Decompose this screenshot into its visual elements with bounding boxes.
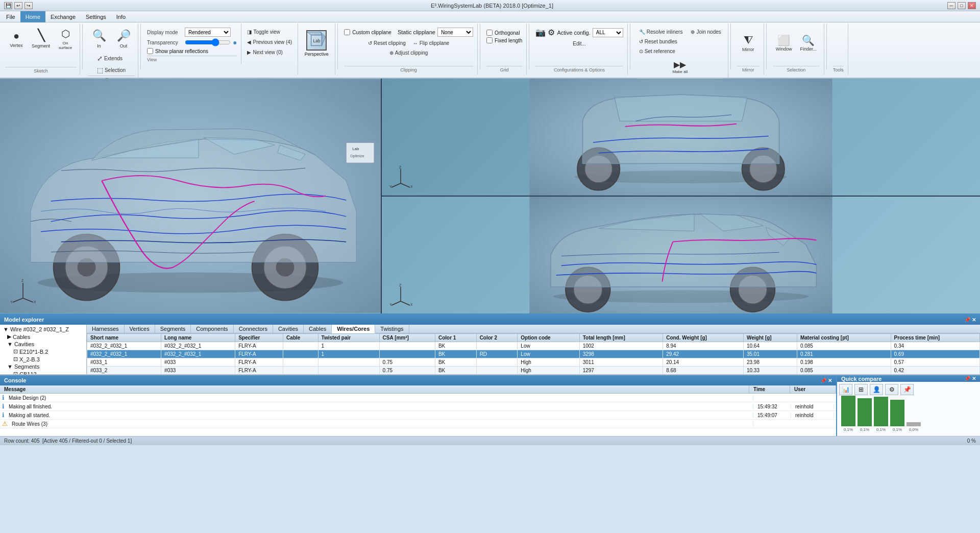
mirror-btn[interactable]: ⧨ Mirror [737, 30, 760, 56]
quick-access-undo[interactable]: ↩ [14, 2, 22, 9]
qc-settings-btn[interactable]: ⚙ [885, 384, 898, 395]
tree-e210[interactable]: ⊡ E210*1-B.2 [1, 348, 85, 355]
menu-exchange[interactable]: Exchange [45, 11, 81, 22]
tree-x2b3[interactable]: ⊡ X_2-B.3 [1, 355, 85, 363]
col-csa[interactable]: CSA [mm²] [379, 334, 435, 342]
console-message: Make Design (2) [7, 395, 753, 401]
tree-root[interactable]: ▼ Wire #032_2 #032_1_Z [1, 326, 85, 333]
table-row[interactable]: #033_1#033FLRY-A0.75BKHigh301120.1423.98… [87, 358, 980, 367]
col-specifier[interactable]: Specifier [235, 334, 283, 342]
tab-connectors[interactable]: Connectors [234, 325, 273, 333]
segment-btn[interactable]: ╲ Segment [30, 26, 52, 52]
tree-cables[interactable]: ▶ Cables [1, 333, 85, 341]
qc-compare-btn[interactable]: ⊞ [854, 384, 868, 395]
reset-clipping-btn[interactable]: ↺ Reset clipping [365, 39, 408, 47]
zoom-out-btn[interactable]: 🔎 Out [112, 26, 135, 52]
console-pin-btn[interactable]: 📌 ✕ [820, 378, 832, 383]
col-total-length[interactable]: Total length [mm] [579, 334, 663, 342]
col-process-time[interactable]: Process time [min] [891, 334, 979, 342]
menu-info[interactable]: Info [111, 11, 131, 22]
tab-twistings[interactable]: Twistings [375, 325, 409, 333]
tab-segments[interactable]: Segments [155, 325, 191, 333]
vertex-btn[interactable]: ● Vertex [5, 26, 28, 52]
viewport-rear[interactable]: Z X Y [382, 79, 980, 197]
console-row[interactable]: ℹ Make Design (2) [0, 394, 836, 402]
toggle-view-btn[interactable]: ◨ Toggle view [244, 28, 295, 36]
active-config-select[interactable]: ALL [593, 28, 623, 37]
console-row[interactable]: ⚠ Route Wires (3) [0, 420, 836, 428]
resolve-inliners-btn[interactable]: 🔧 Resolve inliners [636, 28, 685, 36]
col-twisted-pair[interactable]: Twisted pair [318, 334, 379, 342]
table-cell: 0.75 [379, 367, 435, 375]
edit-config-btn[interactable]: Edit... [570, 39, 589, 48]
previous-view-btn[interactable]: ◀ Previous view (4) [244, 38, 295, 46]
next-view-btn[interactable]: ▶ Next view (0) [244, 48, 295, 57]
col-color1[interactable]: Color 1 [435, 334, 476, 342]
tree-segments[interactable]: ▼ Segments [1, 363, 85, 370]
qc-pin-btn[interactable]: 📌 ✕ [964, 376, 976, 381]
show-planar-checkbox[interactable] [147, 48, 153, 54]
qc-pin-icon-btn[interactable]: 📌 [900, 384, 914, 395]
static-clipplane-select[interactable]: None [437, 28, 473, 37]
col-weight[interactable]: Weight [g] [743, 334, 797, 342]
tree-cb112[interactable]: ⊡ CB112 [1, 370, 85, 374]
adjust-clipping-btn[interactable]: ⊕ Adjust clipping [387, 49, 430, 57]
quick-access-redo[interactable]: ↪ [24, 2, 33, 9]
svg-text:X: X [34, 300, 36, 303]
minimize-btn[interactable]: ─ [947, 2, 955, 9]
tab-vertices[interactable]: Vertices [125, 325, 155, 333]
col-color2[interactable]: Color 2 [476, 334, 518, 342]
maximize-btn[interactable]: □ [958, 2, 966, 9]
qc-chart-btn[interactable]: 📊 [839, 384, 852, 395]
extends-btn[interactable]: ⤢ Extends [94, 53, 128, 64]
window-btn[interactable]: ⬜ Window [773, 30, 795, 56]
table-row[interactable]: #033_2#033FLRY-A0.75BKHigh12978.6810.330… [87, 367, 980, 375]
vertex-icon: ● [13, 30, 19, 42]
display-mode-select[interactable]: Rendered [185, 28, 231, 37]
tab-harnesses[interactable]: Harnesses [87, 325, 125, 333]
fixed-length-check[interactable] [486, 37, 493, 43]
table-row[interactable]: #032_2_#032_1#032_2_#032_1FLRY-A1BKRDLow… [87, 350, 980, 358]
menu-home[interactable]: Home [20, 11, 45, 22]
tab-wires-cores[interactable]: Wires/Cores [332, 325, 375, 333]
viewport-main[interactable]: Lab Optimize Z X Y [0, 79, 382, 313]
tree-cavities[interactable]: ▼ Cavities [1, 341, 85, 348]
col-option-code[interactable]: Option code [518, 334, 579, 342]
join-nodes-btn[interactable]: ⊕ Join nodes [688, 28, 723, 36]
perspective-btn[interactable]: Lab Perspective [302, 28, 331, 59]
col-cond-weight[interactable]: Cond. Weight [g] [663, 334, 744, 342]
menu-file[interactable]: File [1, 11, 20, 22]
table-row[interactable]: #032_2_#032_1#032_2_#032_1FLRY-A1BKLow10… [87, 342, 980, 350]
reset-bundles-btn[interactable]: ↺ Reset bundles [636, 37, 724, 46]
svg-text:Z: Z [399, 283, 402, 287]
quick-compare-panel: Quick compare 📌 ✕ 📊 ⊞ 👤 ⚙ 📌 0,1% [837, 375, 980, 436]
transparency-slider[interactable] [185, 39, 231, 46]
quick-access-save[interactable]: 💾 [4, 2, 12, 9]
table-cell: 35.01 [743, 350, 797, 358]
selection-zoom-btn[interactable]: ⬚ Selection [94, 65, 128, 76]
close-btn[interactable]: ✕ [968, 2, 976, 9]
custom-clipplane-check[interactable] [344, 29, 350, 35]
set-reference-btn[interactable]: ⊙ Set reference [636, 47, 724, 56]
qc-person-btn[interactable]: 👤 [870, 384, 883, 395]
col-material-costing[interactable]: Material costing [pt] [797, 334, 891, 342]
console-row[interactable]: ℹ Making all finished. 15:49:32 reinhold [0, 402, 836, 411]
finder-btn[interactable]: 🔍 Finder... [797, 30, 820, 56]
col-short-name[interactable]: Short name [87, 334, 161, 342]
viewport-side[interactable]: Z X Y [382, 197, 980, 313]
console-row[interactable]: ℹ Making all started. 15:49:07 reinhold [0, 411, 836, 420]
qc-bar-5 [906, 422, 921, 426]
orthogonal-check[interactable] [486, 30, 493, 36]
flip-clipplane-btn[interactable]: ↔ Flip clipplane [410, 39, 452, 47]
on-surface-btn[interactable]: ⬡ On surface [54, 26, 77, 52]
col-cable[interactable]: Cable [283, 334, 318, 342]
col-long-name[interactable]: Long name [161, 334, 235, 342]
me-pin-btn[interactable]: 📌 ✕ [964, 317, 976, 323]
make-all-btn[interactable]: ▶▶ Make all [667, 56, 693, 78]
tab-cables[interactable]: Cables [304, 325, 332, 333]
tab-components[interactable]: Components [191, 325, 233, 333]
table-cell: 1 [318, 350, 379, 358]
tab-cavities[interactable]: Cavities [273, 325, 304, 333]
menu-settings[interactable]: Settings [81, 11, 111, 22]
zoom-in-btn[interactable]: 🔍 In [88, 26, 110, 52]
